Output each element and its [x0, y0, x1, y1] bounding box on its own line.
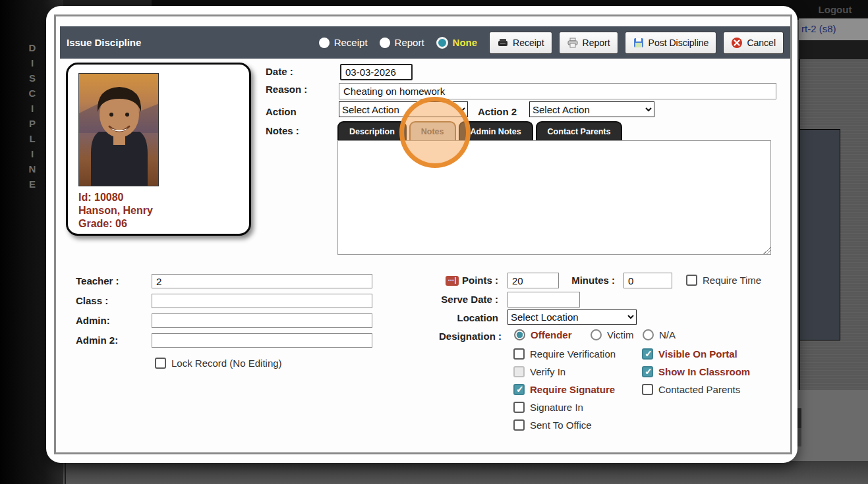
- teacher-label: Teacher :: [76, 275, 119, 286]
- student-portrait: [79, 74, 159, 186]
- require-time-checkbox[interactable]: [686, 275, 697, 286]
- sent-to-office-checkbox[interactable]: [513, 419, 525, 431]
- require-signature-label: Require Signature: [530, 384, 615, 395]
- admin2-label: Admin 2:: [76, 335, 118, 346]
- background-vertical-line: [65, 461, 66, 484]
- require-signature-row[interactable]: Require Signature: [513, 384, 615, 395]
- victim-radio[interactable]: [591, 329, 602, 340]
- date-input[interactable]: [340, 64, 413, 80]
- require-verification-label: Require Verification: [530, 348, 616, 360]
- student-grade: Grade: 06: [78, 217, 153, 230]
- require-signature-checkbox[interactable]: [513, 384, 525, 395]
- serve-date-input[interactable]: [507, 292, 580, 308]
- show-in-classroom-row[interactable]: Show In Classroom: [642, 366, 750, 377]
- points-input[interactable]: [507, 273, 559, 288]
- print-option-report[interactable]: Report: [380, 37, 424, 48]
- tab-contact-parents[interactable]: Contact Parents: [536, 121, 623, 141]
- require-verification-row[interactable]: Require Verification: [513, 348, 616, 360]
- background-dark-row: [799, 41, 868, 59]
- verify-in-checkbox[interactable]: [513, 366, 525, 377]
- vletter: I: [31, 103, 34, 115]
- report-radio[interactable]: [380, 38, 390, 48]
- lock-record-row[interactable]: Lock Record (No Editing): [155, 358, 282, 369]
- action-select[interactable]: Select Action: [339, 101, 468, 117]
- visible-on-portal-checkbox[interactable]: [642, 348, 653, 360]
- show-in-classroom-checkbox[interactable]: [642, 366, 653, 377]
- offender-radio[interactable]: [514, 329, 525, 340]
- none-radio-label: None: [453, 37, 478, 48]
- receipt-radio-label: Receipt: [334, 37, 368, 48]
- vletter: L: [29, 133, 35, 145]
- require-time-label: Require Time: [703, 275, 761, 286]
- require-verification-checkbox[interactable]: [513, 348, 525, 360]
- designation-label: Designation :: [419, 331, 502, 342]
- vletter: P: [29, 118, 36, 130]
- print-option-receipt[interactable]: Receipt: [319, 37, 368, 48]
- vletter: E: [29, 178, 36, 190]
- tab-admin-notes[interactable]: Admin Notes: [459, 121, 533, 141]
- vletter: I: [31, 57, 34, 69]
- logout-link[interactable]: Logout: [805, 4, 865, 15]
- verify-in-row[interactable]: Verify In: [513, 366, 565, 377]
- sent-to-office-label: Sent To Office: [530, 419, 592, 431]
- action2-label: Action 2: [478, 106, 517, 117]
- show-in-classroom-label: Show In Classroom: [658, 366, 750, 377]
- action2-select[interactable]: Select Action: [529, 101, 654, 117]
- admin2-input[interactable]: [152, 333, 372, 348]
- lock-record-checkbox[interactable]: [155, 358, 166, 369]
- save-disk-icon: [633, 37, 645, 49]
- receipt-radio[interactable]: [319, 38, 330, 48]
- visible-on-portal-row[interactable]: Visible On Portal: [642, 348, 738, 360]
- vletter: I: [31, 148, 34, 160]
- vletter: C: [29, 88, 36, 99]
- teacher-field-wrap: ⋯|: [152, 274, 372, 288]
- discipline-vertical-label: D I S C I P L I N E: [24, 42, 41, 190]
- none-radio[interactable]: [436, 37, 448, 49]
- minutes-input[interactable]: [623, 273, 672, 288]
- sent-to-office-row[interactable]: Sent To Office: [513, 419, 592, 431]
- teacher-input[interactable]: [152, 274, 372, 288]
- location-select[interactable]: Select Location: [507, 309, 637, 325]
- tab-description[interactable]: Description: [337, 121, 407, 141]
- print-option-none[interactable]: None: [436, 37, 478, 49]
- background-report-tab-bar: rt-2 (s8): [799, 18, 868, 41]
- report-tab-partial-label: rt-2 (s8): [799, 18, 868, 34]
- minutes-label: Minutes :: [564, 275, 615, 286]
- textarea-resize-handle[interactable]: [763, 247, 770, 254]
- modal-inner-panel: Issue Discipline Receipt Report None: [54, 14, 792, 454]
- report-button[interactable]: Report: [559, 32, 618, 54]
- class-label: Class :: [76, 295, 108, 306]
- na-radio[interactable]: [643, 329, 654, 340]
- designation-victim[interactable]: Victim: [591, 329, 634, 340]
- cancel-x-icon: [731, 37, 743, 49]
- signature-in-checkbox[interactable]: [513, 402, 525, 413]
- vletter: S: [29, 72, 36, 84]
- background-bottom-strip: [63, 461, 868, 484]
- action-label: Action: [266, 106, 297, 117]
- notes-textarea[interactable]: [337, 140, 771, 255]
- class-input[interactable]: [152, 294, 372, 308]
- report-button-label: Report: [583, 38, 610, 48]
- tab-notes[interactable]: Notes: [409, 121, 456, 141]
- cancel-button[interactable]: Cancel: [723, 32, 784, 54]
- reason-input[interactable]: [339, 83, 776, 99]
- designation-offender[interactable]: Offender: [514, 329, 572, 340]
- post-discipline-button[interactable]: Post Discipline: [625, 32, 717, 54]
- serve-date-label: Serve Date :: [419, 294, 498, 305]
- issue-discipline-modal: Issue Discipline Receipt Report None: [46, 6, 797, 463]
- contacted-parents-checkbox[interactable]: [642, 384, 653, 395]
- student-photo: [78, 73, 159, 186]
- student-id: Id: 10080: [78, 191, 153, 204]
- victim-label: Victim: [607, 329, 634, 340]
- signature-in-row[interactable]: Signature In: [513, 402, 583, 413]
- verify-in-label: Verify In: [530, 366, 565, 377]
- require-time-row[interactable]: Require Time: [686, 275, 761, 286]
- background-side-panel: [799, 129, 840, 340]
- contacted-parents-row[interactable]: Contacted Parents: [642, 384, 740, 395]
- receipt-button[interactable]: Receipt: [489, 32, 552, 54]
- signature-in-label: Signature In: [530, 402, 583, 413]
- admin-input[interactable]: [152, 313, 372, 328]
- designation-na[interactable]: N/A: [643, 329, 676, 340]
- student-card: Id: 10080 Hanson, Henry Grade: 06: [66, 63, 251, 236]
- reason-label: Reason :: [266, 84, 307, 95]
